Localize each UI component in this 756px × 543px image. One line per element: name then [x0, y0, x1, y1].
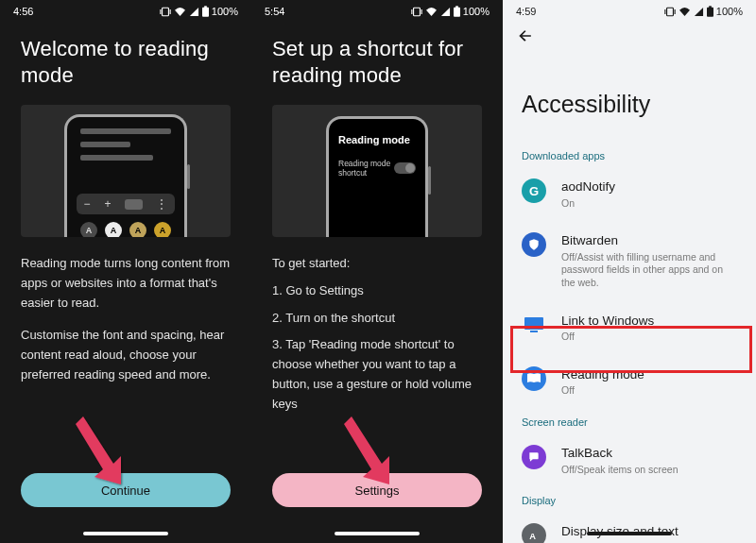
svg-rect-14 — [709, 6, 712, 8]
aodnotify-icon: G — [522, 178, 546, 203]
step1: 1. Go to Settings — [272, 281, 482, 301]
illustration-shortcut: Reading mode Reading mode shortcut — [272, 105, 482, 237]
status-right: 100% — [160, 6, 238, 17]
illus-row-label: Reading mode shortcut — [338, 159, 394, 178]
status-battery: 100% — [212, 6, 238, 17]
svg-rect-13 — [707, 8, 713, 17]
item-title: Link to Windows — [561, 313, 737, 330]
svg-rect-10 — [666, 8, 673, 16]
item-sub: On — [561, 197, 737, 211]
item-aodnotify[interactable]: G aodNotify On — [503, 167, 756, 221]
svg-rect-8 — [454, 8, 460, 17]
toggle-icon — [394, 162, 416, 174]
section-display: Display — [503, 487, 756, 512]
svg-rect-16 — [530, 331, 538, 332]
item-linktowindows[interactable]: Link to Windows Off — [503, 301, 756, 355]
signal-icon — [440, 7, 451, 17]
settings-button[interactable]: Settings — [272, 473, 482, 507]
svg-rect-4 — [204, 6, 207, 8]
welcome-para1: Reading mode turns long content from app… — [21, 254, 231, 313]
section-screen-reader: Screen reader — [503, 409, 756, 433]
status-time: 4:56 — [13, 6, 33, 17]
battery-icon — [707, 6, 713, 17]
item-title: Bitwarden — [561, 232, 737, 249]
svg-rect-9 — [455, 6, 458, 8]
status-bar: 4:56 100% — [0, 0, 251, 19]
svg-rect-5 — [413, 8, 420, 16]
svg-rect-3 — [202, 8, 209, 17]
item-sub: Off/Assist with filling username and pas… — [561, 251, 737, 290]
status-right: 100% — [411, 6, 490, 17]
item-sub: Off — [561, 384, 737, 398]
wifi-icon — [679, 7, 691, 17]
vibrate-icon — [664, 7, 676, 17]
back-icon[interactable] — [516, 26, 535, 45]
svg-rect-15 — [524, 317, 543, 330]
status-time: 5:54 — [265, 6, 284, 17]
step3: 3. Tap 'Reading mode shortcut' to choose… — [272, 335, 482, 414]
gesture-bar[interactable] — [83, 532, 168, 535]
wifi-icon — [174, 7, 186, 17]
item-talkback[interactable]: TalkBack Off/Speak items on screen — [503, 433, 756, 487]
screen-accessibility: 4:59 100% Accessibility Downloaded apps … — [503, 0, 756, 543]
item-title: Reading mode — [561, 366, 737, 383]
svg-rect-0 — [162, 8, 168, 16]
illustration-welcome: −+ ⋮ A A A A — [21, 105, 231, 237]
page-title: Accessibility — [503, 57, 756, 143]
item-sub: Off/Speak items on screen — [561, 464, 737, 477]
item-displaysize[interactable]: A Display size and text — [503, 512, 756, 543]
intro-text: To get started: — [272, 254, 482, 274]
displaysize-icon: A — [522, 523, 546, 543]
talkback-icon — [522, 445, 546, 469]
status-bar: 5:54 100% — [251, 0, 503, 19]
section-downloaded: Downloaded apps — [503, 143, 756, 167]
battery-icon — [454, 6, 460, 17]
body-text: To get started: 1. Go to Settings 2. Tur… — [251, 237, 503, 415]
screen-shortcut-setup: 5:54 100% Set up a shortcut for reading … — [251, 0, 503, 543]
svg-text:A: A — [529, 532, 536, 541]
screen-welcome: 4:56 100% Welcome to reading mode −+ ⋮ A… — [0, 0, 251, 543]
status-battery: 100% — [463, 6, 490, 17]
item-title: TalkBack — [561, 445, 737, 462]
readingmode-icon — [522, 366, 546, 391]
status-time: 4:59 — [516, 6, 536, 17]
gesture-bar[interactable] — [335, 532, 420, 535]
continue-button[interactable]: Continue — [21, 473, 231, 507]
signal-icon — [694, 7, 704, 17]
signal-icon — [189, 7, 199, 17]
status-bar: 4:59 100% — [503, 0, 756, 19]
item-title: aodNotify — [561, 178, 737, 195]
welcome-para2: Customise the font and spacing, hear con… — [21, 326, 231, 384]
page-title: Welcome to reading mode — [0, 19, 251, 105]
gesture-bar[interactable] — [587, 532, 672, 535]
page-title: Set up a shortcut for reading mode — [251, 19, 503, 105]
bitwarden-icon — [522, 232, 546, 257]
linktowindows-icon — [522, 313, 546, 337]
status-battery: 100% — [716, 6, 743, 17]
vibrate-icon — [160, 7, 171, 17]
status-right: 100% — [664, 6, 743, 17]
item-readingmode[interactable]: Reading mode Off — [503, 355, 756, 409]
illus-title: Reading mode — [338, 134, 416, 145]
step2: 2. Turn on the shortcut — [272, 309, 482, 329]
mini-phone: Reading mode Reading mode shortcut — [326, 116, 428, 237]
battery-icon — [202, 6, 209, 17]
wifi-icon — [425, 7, 438, 17]
item-bitwarden[interactable]: Bitwarden Off/Assist with filling userna… — [503, 221, 756, 300]
body-text: Reading mode turns long content from app… — [0, 237, 251, 385]
item-sub: Off — [561, 331, 737, 344]
vibrate-icon — [411, 7, 422, 17]
mini-phone: −+ ⋮ A A A A — [64, 114, 187, 237]
